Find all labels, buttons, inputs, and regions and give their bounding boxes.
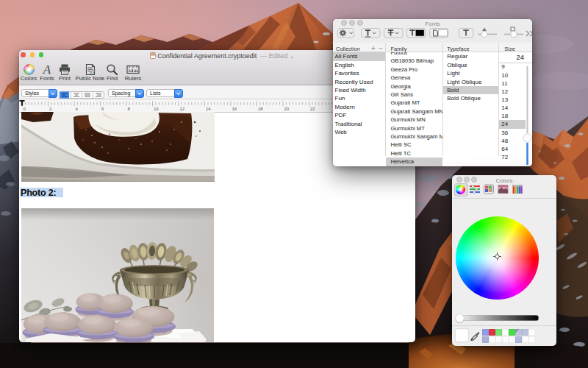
svg-text:20: 20 bbox=[284, 107, 290, 111]
svg-text:2: 2 bbox=[49, 107, 52, 111]
svg-text:8: 8 bbox=[128, 107, 131, 111]
svg-text:18: 18 bbox=[258, 107, 263, 111]
svg-text:12: 12 bbox=[180, 107, 185, 111]
svg-text:10: 10 bbox=[154, 107, 159, 111]
svg-text:22: 22 bbox=[310, 107, 315, 111]
svg-text:16: 16 bbox=[232, 107, 237, 111]
svg-text:0: 0 bbox=[24, 107, 26, 111]
svg-text:4: 4 bbox=[76, 107, 79, 111]
svg-text:A: A bbox=[43, 64, 51, 75]
svg-text:6: 6 bbox=[101, 107, 104, 111]
svg-text:14: 14 bbox=[206, 107, 211, 111]
